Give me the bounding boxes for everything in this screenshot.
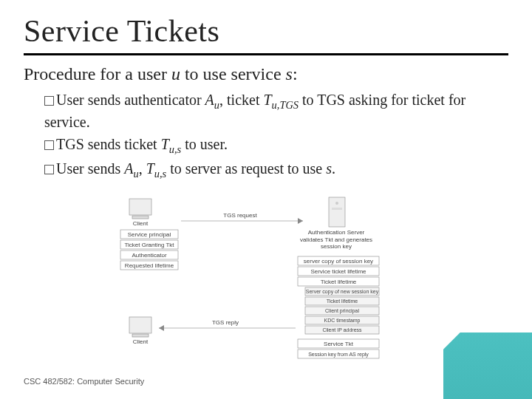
subtitle-post: :: [293, 64, 298, 83]
b2-Tsub: u,s: [169, 143, 181, 155]
b3-t2: ,: [139, 160, 146, 177]
d-as-text1: validates Tkt and generates: [300, 236, 372, 243]
d-r1: server copy of session key: [304, 258, 373, 265]
d-client2: Client: [133, 338, 149, 345]
b3-t1: User sends: [56, 160, 124, 177]
subtitle-mid: to use service: [180, 64, 286, 83]
bullet-2: TGS sends ticket Tu,s to user.: [44, 134, 508, 157]
b3-s: s: [326, 160, 332, 177]
svg-rect-0: [129, 199, 151, 215]
d-as-label: Authentication Server: [308, 229, 365, 236]
svg-point-9: [335, 202, 338, 205]
svg-marker-22: [159, 325, 164, 331]
b1-T: T: [263, 92, 271, 108]
d-r2: Service ticket lifetime: [310, 268, 366, 275]
title-rule: [24, 53, 508, 55]
d-br2: Session key from AS reply: [308, 352, 369, 358]
b3-Tsub: u,s: [154, 168, 166, 180]
b1-t1: User sends authenticator: [56, 92, 205, 108]
bullet-3: User sends Au, Tu,s to server as request…: [44, 159, 508, 181]
d-arrow-bot: TGS reply: [212, 319, 239, 326]
d-i2: Ticket lifetime: [327, 299, 358, 304]
d-c4: Requested lifetime: [125, 262, 174, 269]
svg-rect-19: [129, 317, 151, 333]
d-as-text2: session key: [321, 243, 352, 250]
procedure-line: Procedure for a user u to use service s:: [24, 64, 508, 84]
bullet-list: User sends authenticator Au, ticket Tu,T…: [44, 90, 508, 181]
d-c2: Ticket Granting Tkt: [124, 242, 174, 248]
subtitle-u: u: [171, 64, 180, 83]
checkbox-icon: [44, 165, 54, 174]
b3-t3: to server as request to use: [166, 160, 326, 177]
svg-rect-10: [332, 208, 342, 210]
b3-t4: .: [332, 160, 335, 177]
b1-Tsub: u,TGS: [272, 99, 299, 111]
b1-A: A: [205, 92, 214, 108]
b3-Au: u: [133, 168, 138, 180]
d-i3: Client principal: [325, 308, 359, 314]
b1-t2: , ticket: [219, 92, 263, 108]
subtitle-pre: Procedure for a user: [24, 64, 171, 83]
b2-t2: to user.: [181, 136, 228, 152]
corner-decoration: [443, 332, 532, 399]
d-arrow-top: TGS request: [223, 212, 257, 219]
svg-rect-1: [132, 216, 149, 219]
d-i1: Server copy of new session key: [306, 289, 379, 295]
subtitle-s: s: [286, 64, 293, 83]
b3-T: T: [146, 160, 154, 177]
footer-text: CSC 482/582: Computer Security: [24, 377, 144, 386]
checkbox-icon: [44, 140, 54, 150]
slide-title: Service Tickets: [24, 13, 508, 49]
b1-Au: u: [214, 99, 219, 111]
kerberos-diagram: Client Service principal Ticket Granting…: [115, 191, 417, 361]
svg-marker-7: [298, 218, 303, 224]
d-c1: Service principal: [128, 231, 171, 238]
d-client: Client: [133, 220, 149, 227]
svg-rect-20: [132, 334, 149, 337]
d-br1: Service Tkt: [324, 341, 354, 347]
d-c3: Authenticator: [132, 252, 166, 259]
d-i5: Client IP address: [322, 327, 362, 332]
b2-t1: TGS sends ticket: [56, 136, 161, 152]
d-i4: KDC timestamp: [324, 318, 360, 324]
b2-T: T: [161, 136, 169, 152]
bullet-1: User sends authenticator Au, ticket Tu,T…: [44, 90, 508, 132]
b3-A: A: [124, 160, 133, 177]
checkbox-icon: [44, 96, 54, 106]
d-r3: Ticket lifetime: [321, 279, 357, 285]
